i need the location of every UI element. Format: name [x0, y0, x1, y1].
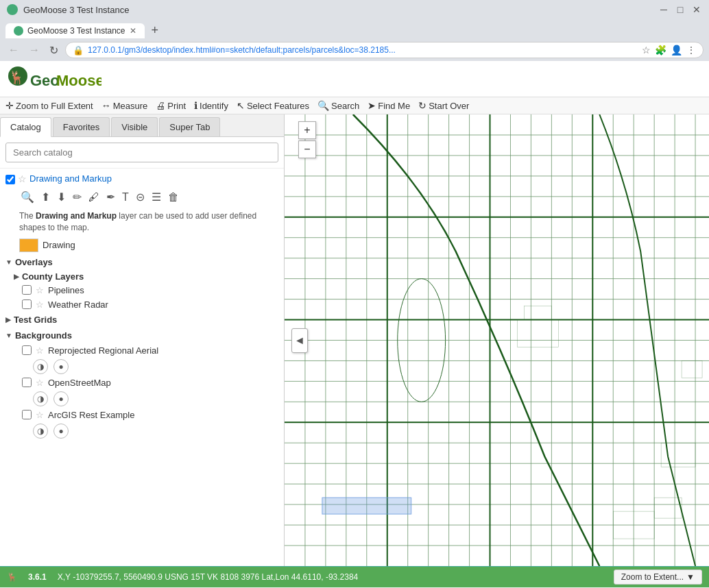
drawing-markup-label: Drawing and Markup: [29, 173, 112, 184]
reprojected-brightness-high-button[interactable]: ●: [53, 359, 69, 374]
coordinates-label: X,Y -10379255.7, 5560490.9 USNG 15T VK 8…: [58, 572, 603, 582]
forward-button[interactable]: →: [26, 42, 43, 58]
zoom-to-extent-label: Zoom to Extent...: [621, 572, 684, 582]
layer-tree: ☆ Drawing and Markup 🔍 ⬆ ⬇ ✏ 🖋 ✒ T ⊝ ☰ 🗑: [0, 169, 284, 566]
new-tab-button[interactable]: +: [147, 22, 163, 39]
arcgis-brightness-high-button[interactable]: ●: [53, 424, 69, 439]
url-box[interactable]: 🔒 127.0.0.1/gm3/desktop/index.html#on=sk…: [65, 42, 704, 58]
county-layers-header[interactable]: ▶ County Layers: [0, 270, 284, 283]
app: 🦌 Geo Moose ✛ Zoom to Full Extent ↔ Meas…: [0, 61, 709, 587]
reprojected-label: Reprojected Regional Aerial: [48, 345, 158, 356]
arcgis-star-icon[interactable]: ☆: [36, 410, 44, 420]
osm-checkbox[interactable]: [22, 378, 32, 387]
edit-button[interactable]: ✏: [71, 189, 83, 205]
map-area[interactable]: + − ◄: [285, 114, 709, 566]
pipelines-label: Pipelines: [48, 285, 84, 295]
map-back-button[interactable]: ◄: [291, 328, 308, 353]
url-text: 127.0.0.1/gm3/desktop/index.html#on=sket…: [88, 45, 638, 55]
catalog-search-input[interactable]: [5, 143, 278, 162]
browser-tab[interactable]: GeoMoose 3 Test Instance ✕: [5, 23, 145, 38]
circle-button[interactable]: ⊝: [134, 189, 146, 205]
drawing-tools-row: 🔍 ⬆ ⬇ ✏ 🖋 ✒ T ⊝ ☰ 🗑: [0, 186, 284, 208]
arcgis-brightness-low-button[interactable]: ◑: [33, 424, 48, 439]
line-button[interactable]: ✒: [105, 189, 117, 205]
zoom-in-button[interactable]: +: [298, 121, 316, 139]
label-button[interactable]: T: [121, 190, 130, 205]
print-button[interactable]: 🖨 Print: [156, 100, 186, 111]
search-button[interactable]: 🔍 Search: [317, 100, 359, 111]
extension-icon[interactable]: 🧩: [655, 45, 666, 56]
arcgis-layer-row: ☆ ArcGIS Rest Example: [0, 408, 284, 422]
main-content: Catalog Favorites Visible Super Tab ☆ Dr…: [0, 114, 709, 566]
map-zoom-controls: + −: [298, 121, 316, 158]
start-over-button[interactable]: ↻ Start Over: [418, 100, 469, 111]
browser-tab-bar: GeoMoose 3 Test Instance ✕ +: [0, 19, 709, 39]
logo-svg: 🦌 Geo Moose: [5, 64, 101, 97]
desc-bold: Drawing and Markup: [36, 211, 117, 221]
weather-radar-layer-row: ☆ Weather Radar: [0, 297, 284, 312]
overlays-group-header[interactable]: ▼ Overlays: [0, 254, 284, 270]
list-button[interactable]: ☰: [150, 189, 163, 205]
close-tab-button[interactable]: ✕: [130, 26, 136, 36]
trash-button[interactable]: 🗑: [167, 190, 180, 205]
drawing-markup-checkbox[interactable]: [5, 175, 15, 184]
tab-favorites[interactable]: Favorites: [53, 117, 110, 136]
pipelines-star-icon[interactable]: ☆: [36, 285, 44, 295]
zoom-out-button[interactable]: −: [298, 140, 316, 158]
secure-icon: 🔒: [73, 45, 84, 56]
zoom-full-icon: ✛: [5, 100, 14, 111]
tab-visible[interactable]: Visible: [111, 117, 158, 136]
tab-catalog[interactable]: Catalog: [0, 117, 51, 137]
menu-icon[interactable]: ⋮: [686, 45, 696, 56]
svg-text:Geo: Geo: [30, 72, 60, 89]
reprojected-checkbox[interactable]: [22, 345, 32, 355]
drawing-markup-star-icon[interactable]: ☆: [18, 173, 27, 184]
test-grids-header[interactable]: ▶ Test Grids: [0, 312, 284, 328]
pipelines-checkbox[interactable]: [22, 285, 32, 295]
measure-icon: ↔: [101, 100, 111, 111]
svg-rect-59: [322, 498, 411, 514]
weather-radar-checkbox[interactable]: [22, 299, 32, 309]
profile-icon[interactable]: 👤: [671, 45, 682, 56]
moose-icon: 🦌: [7, 572, 17, 582]
pencil-button[interactable]: 🖋: [87, 190, 101, 205]
arcgis-checkbox[interactable]: [22, 410, 32, 419]
svg-text:Moose: Moose: [56, 72, 101, 89]
bookmark-icon[interactable]: ☆: [642, 45, 651, 56]
close-button[interactable]: ✕: [691, 4, 702, 15]
reprojected-star-icon[interactable]: ☆: [36, 345, 44, 356]
tab-favicon: [14, 26, 23, 36]
maximize-button[interactable]: □: [675, 4, 686, 15]
identify-button[interactable]: ℹ Identify: [194, 100, 228, 111]
osm-brightness-high-button[interactable]: ●: [53, 391, 69, 406]
tab-super-tab[interactable]: Super Tab: [159, 117, 220, 136]
zoom-to-layer-button[interactable]: 🔍: [19, 189, 36, 205]
zoom-full-button[interactable]: ✛ Zoom to Full Extent: [5, 100, 93, 111]
refresh-button[interactable]: ↻: [47, 42, 61, 58]
select-features-button[interactable]: ↖ Select Features: [237, 100, 309, 111]
geomoose-logo: 🦌 Geo Moose: [5, 64, 101, 97]
find-me-button[interactable]: ➤ Find Me: [368, 100, 410, 111]
measure-button[interactable]: ↔ Measure: [101, 100, 148, 111]
weather-radar-star-icon[interactable]: ☆: [36, 299, 44, 310]
osm-brightness-low-button[interactable]: ◑: [33, 391, 48, 406]
osm-star-icon[interactable]: ☆: [36, 378, 44, 388]
backgrounds-label: Backgrounds: [15, 330, 72, 341]
download-button[interactable]: ⬇: [56, 189, 67, 205]
reprojected-brightness-low-button[interactable]: ◑: [33, 359, 48, 374]
osm-label: OpenStreetMap: [48, 378, 111, 388]
overlays-arrow-icon: ▼: [5, 258, 12, 266]
backgrounds-group-header[interactable]: ▼ Backgrounds: [0, 328, 284, 343]
panel-tab-row: Catalog Favorites Visible Super Tab: [0, 114, 284, 137]
svg-text:🦌: 🦌: [9, 70, 25, 85]
map-svg: [285, 114, 709, 566]
test-grids-label: Test Grids: [14, 315, 57, 325]
zoom-to-extent-button[interactable]: Zoom to Extent... ▼: [614, 569, 702, 585]
version-label: 3.6.1: [28, 572, 47, 582]
upload-button[interactable]: ⬆: [40, 189, 51, 205]
backgrounds-arrow-icon: ▼: [5, 332, 12, 339]
arcgis-brightness-row: ◑ ●: [0, 422, 284, 440]
minimize-button[interactable]: ─: [658, 4, 669, 15]
drawing-color-swatch[interactable]: [19, 238, 38, 252]
back-button[interactable]: ←: [5, 42, 22, 58]
